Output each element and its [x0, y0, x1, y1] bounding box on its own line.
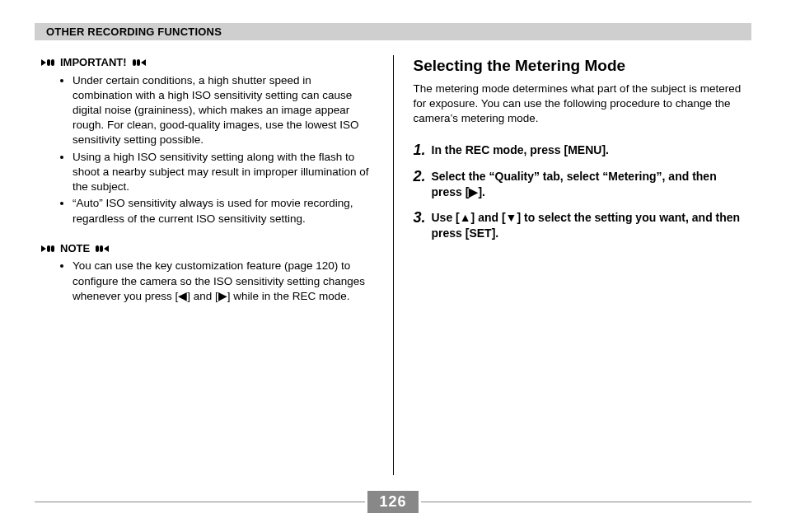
intro-paragraph: The metering mode determines what part o…: [414, 82, 746, 127]
list-item: Using a high ISO sensitivity setting alo…: [73, 150, 373, 195]
list-item: You can use the key customization featur…: [73, 259, 373, 304]
important-callout-header: IMPORTANT!: [41, 55, 373, 70]
ornament-right-icon: [41, 245, 54, 252]
step-item: 1. In the REC mode, press [MENU].: [414, 142, 746, 159]
manual-page: OTHER RECORDING FUNCTIONS IMPORTANT! Und…: [0, 0, 786, 532]
step-text: In the REC mode, press [MENU].: [432, 142, 609, 158]
page-footer: 126: [35, 491, 751, 512]
list-item: Under certain conditions, a high shutter…: [73, 73, 373, 148]
ornament-left-icon: [96, 245, 109, 252]
step-text: Use [▲] and [▼] to select the setting yo…: [432, 210, 746, 241]
note-callout-header: NOTE: [41, 241, 373, 256]
step-number: 1.: [414, 142, 432, 159]
note-list: You can use the key customization featur…: [41, 259, 373, 304]
step-item: 3. Use [▲] and [▼] to select the setting…: [414, 210, 746, 241]
step-text: Select the “Quality” tab, select “Meteri…: [432, 169, 746, 200]
note-label: NOTE: [57, 241, 93, 256]
step-number: 2.: [414, 169, 432, 185]
step-item: 2. Select the “Quality” tab, select “Met…: [414, 169, 746, 200]
two-column-layout: IMPORTANT! Under certain conditions, a h…: [35, 55, 751, 475]
footer-rule: [421, 502, 751, 502]
section-heading: Selecting the Metering Mode: [414, 55, 746, 77]
ornament-left-icon: [133, 59, 146, 66]
right-column: Selecting the Metering Mode The metering…: [394, 55, 752, 475]
list-item: “Auto” ISO sensitivity always is used fo…: [73, 196, 373, 226]
page-number: 126: [367, 491, 418, 513]
step-number: 3.: [414, 210, 432, 226]
section-header: OTHER RECORDING FUNCTIONS: [35, 23, 751, 40]
ornament-right-icon: [41, 59, 54, 66]
left-column: IMPORTANT! Under certain conditions, a h…: [35, 55, 393, 475]
footer-rule: [35, 502, 365, 502]
important-list: Under certain conditions, a high shutter…: [41, 73, 373, 226]
important-label: IMPORTANT!: [57, 55, 130, 70]
